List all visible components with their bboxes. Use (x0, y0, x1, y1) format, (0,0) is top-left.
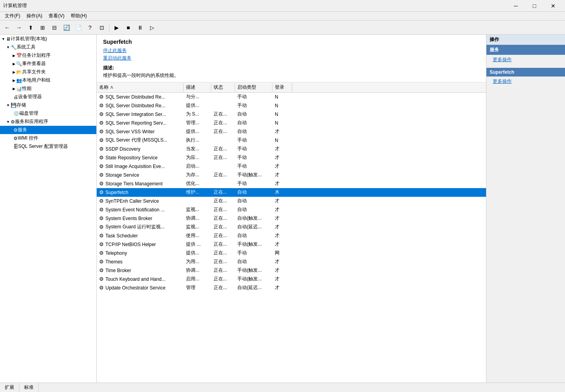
table-row[interactable]: ⚙Update Orchestrator Service管理正在...自动(延迟… (97, 284, 486, 292)
play-button[interactable]: ▶ (111, 22, 122, 33)
properties-button[interactable]: ⊡ (96, 22, 107, 33)
table-row[interactable]: ⚙Touch Keyboard and Hand...启用...正在...手动(… (97, 275, 486, 284)
gear-icon: ⚙ (99, 129, 104, 134)
service-name: Themes (105, 259, 122, 265)
export-button[interactable]: 📄 (73, 22, 84, 33)
tree-item-svcapp[interactable]: ▼ ⚙ 服务和应用程序 (0, 118, 96, 126)
service-desc: 监视... (184, 206, 211, 213)
right-more-actions[interactable]: 更多操作 (486, 55, 565, 65)
menu-item[interactable]: 文件(F) (2, 12, 23, 20)
table-row[interactable]: ⚙Storage Service为存...正在...手动(触发...才 (97, 171, 486, 179)
table-row[interactable]: ⚙Telephony提供...正在...手动网 (97, 249, 486, 258)
tree-item-tools[interactable]: ▼ 🔧 系统工具 (0, 43, 96, 51)
table-row[interactable]: ⚙TCP/IP NetBIOS Helper提供 ...正在...手动(触发..… (97, 240, 486, 249)
expand-arrow-root: ▼ (2, 37, 5, 41)
gear-icon: ⚙ (99, 276, 104, 282)
maximize-button[interactable]: □ (526, 0, 543, 12)
menu-item[interactable]: 帮助(H) (68, 12, 90, 20)
service-name-col: ⚙SynTPEnh Caller Service (97, 198, 184, 204)
right-panel-header: 操作 (486, 35, 565, 45)
service-logon: 才 (272, 223, 292, 231)
tree-item-wmi[interactable]: ⚙ WMI 控件 (0, 134, 96, 142)
tree-item-services[interactable]: ⚙ 服务 (0, 126, 96, 134)
refresh-button[interactable]: 🔄 (61, 22, 72, 33)
minimize-button[interactable]: ─ (507, 0, 525, 12)
table-row[interactable]: ⚙SQL Server Distributed Re...提供...手动N (97, 101, 486, 110)
col-header-startup[interactable]: 启动类型 (235, 83, 272, 91)
table-row[interactable]: ⚙SQL Server Reporting Serv...管理...正在...自… (97, 119, 486, 127)
col-header-logon[interactable]: 登录 (272, 83, 292, 91)
desc-label: 描述: (103, 65, 480, 71)
show-hide-button[interactable]: ⊞ (37, 22, 48, 33)
service-desc: 提供 ... (184, 241, 211, 248)
table-row[interactable]: ⚙System Guard 运行时监视...监视...正在...自动(延迟...… (97, 223, 486, 231)
gear-icon: ⚙ (99, 267, 104, 273)
tree-item-devmgr[interactable]: 🖨 设备管理器 (0, 93, 96, 101)
table-row[interactable]: ⚙SynTPEnh Caller Service正在...自动才 (97, 197, 486, 205)
stop-button[interactable]: ■ (123, 22, 134, 33)
service-status (211, 97, 235, 97)
forward-button[interactable]: → (13, 22, 24, 33)
restart-button[interactable]: ▷ (146, 22, 158, 33)
gear-icon: ⚙ (99, 198, 104, 204)
tree-item-sql[interactable]: 🗄 SQL Server 配置管理器 (0, 142, 96, 151)
tree-item-perf[interactable]: ▶ 📊 性能 (0, 84, 96, 93)
stop-link[interactable]: 停止此服务 (103, 47, 480, 54)
table-row[interactable]: ⚙System Event Notification ...监视...正在...… (97, 205, 486, 214)
right-panel: 操作 服务 更多操作 Superfetch 更多操作 (486, 35, 565, 383)
table-row[interactable]: ⚙Superfetch维护...正在...自动木 (97, 188, 486, 197)
up-button[interactable]: ⬆ (25, 22, 36, 33)
service-desc: 使用... (184, 232, 211, 239)
table-row[interactable]: ⚙Themes为用...正在...自动才 (97, 258, 486, 266)
table-row[interactable]: ⚙Time Broker协调...正在...手动(触发...才 (97, 266, 486, 275)
tree-item-users[interactable]: ▶ 👥 本地用户和组 (0, 76, 96, 84)
right-selected-more[interactable]: 更多操作 (486, 77, 565, 86)
back-button[interactable]: ← (2, 22, 13, 33)
tab-standard[interactable]: 标准 (19, 383, 39, 392)
table-row[interactable]: ⚙SQL Server Integration Ser...为 S...正在..… (97, 110, 486, 119)
tree-item-storage[interactable]: ▼ 💾 存储 (0, 101, 96, 109)
col-header-desc[interactable]: 描述 (184, 83, 211, 91)
service-status (211, 105, 235, 106)
tree-item-events[interactable]: ▶ 🔍 事件查看器 (0, 60, 96, 68)
col-header-name[interactable]: 名称 ∧ (97, 83, 184, 91)
tab-expand[interactable]: 扩展 (0, 383, 19, 392)
table-row[interactable]: ⚙SQL Server VSS Writer提供...正在...自动才 (97, 127, 486, 136)
service-desc: 优化... (184, 180, 211, 187)
table-row[interactable]: ⚙State Repository Service为应...正在...手动才 (97, 153, 486, 162)
table-row[interactable]: ⚙Storage Tiers Management优化...手动才 (97, 179, 486, 188)
service-name-col: ⚙Update Orchestrator Service (97, 284, 184, 291)
tree-root[interactable]: ▼ 🖥 计算机管理(本地) (0, 35, 96, 43)
table-row[interactable]: ⚙SQL Server 代理 (MSSQLS...执行...手动N (97, 136, 486, 145)
service-name: Telephony (105, 250, 127, 256)
tree-item-shared[interactable]: ▶ 📂 共享文件夹 (0, 68, 96, 76)
perf-icon: 📊 (16, 86, 22, 91)
toolbar: ← → ⬆ ⊞ ⊟ 🔄 📄 ? ⊡ ▶ ■ ⏸ ▷ (0, 21, 565, 35)
menu-item[interactable]: 查看(V) (45, 12, 68, 20)
table-row[interactable]: ⚙SSDP Discovery当发...正在...手动才 (97, 145, 486, 153)
help-button[interactable]: ? (84, 22, 96, 33)
restart-link[interactable]: 重启动此服务 (103, 55, 480, 62)
table-row[interactable]: ⚙SQL Server Distributed Re...与分...手动N (97, 93, 486, 101)
service-desc: 监视... (184, 223, 211, 231)
tasks-icon: 📅 (16, 53, 22, 58)
menu-item[interactable]: 操作(A) (23, 12, 45, 20)
expand-users: ▶ (13, 78, 15, 82)
table-row[interactable]: ⚙System Events Broker协调...正在...自动(触发...才 (97, 214, 486, 223)
service-status: 正在... (211, 258, 235, 265)
table-row[interactable]: ⚙Still Image Acquisition Eve...启动...手动才 (97, 162, 486, 171)
pause-button[interactable]: ⏸ (135, 22, 146, 33)
status-bar: 扩展 标准 (0, 383, 565, 392)
tree-item-tasks[interactable]: ▶ 📅 任务计划程序 (0, 51, 96, 60)
service-desc: 管理... (184, 119, 211, 127)
close-button[interactable]: ✕ (544, 0, 562, 12)
service-logon: 木 (272, 189, 292, 196)
expand-tasks: ▶ (13, 54, 15, 58)
service-startup: 自动 (235, 189, 272, 196)
tree-item-disk[interactable]: 💿 磁盘管理 (0, 109, 96, 118)
show-button[interactable]: ⊟ (49, 22, 60, 33)
col-header-status[interactable]: 状态 (211, 83, 235, 91)
table-row[interactable]: ⚙Task Scheduler使用...正在...自动才 (97, 231, 486, 240)
expand-svcapp: ▼ (6, 120, 10, 124)
service-desc: 提供... (184, 128, 211, 135)
